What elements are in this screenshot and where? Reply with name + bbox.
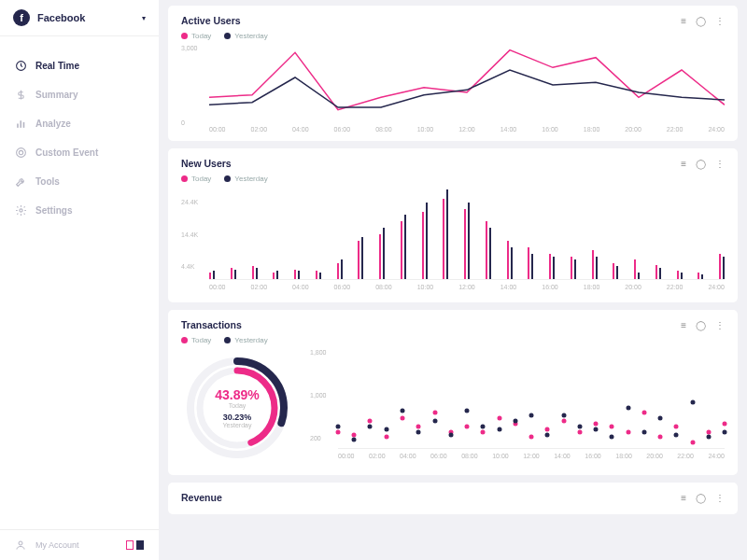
revenue-card: Revenue ≡ ◯ ⋮: [168, 483, 738, 514]
legend-yesterday: Yesterday: [224, 175, 267, 183]
today-percent: 43.89%: [215, 387, 259, 402]
nav-list: Real TimeSummaryAnalyzeCustom EventTools…: [0, 36, 159, 529]
list-icon[interactable]: ≡: [681, 493, 686, 503]
transactions-scatter: 2001,0001,800 00:0002:0004:0006:0008:001…: [310, 352, 725, 464]
target-icon: [15, 147, 27, 159]
user-icon: [15, 539, 27, 551]
theme-swatch-navy[interactable]: [136, 540, 144, 550]
refresh-icon[interactable]: ◯: [696, 320, 706, 330]
nav-item-analyze[interactable]: Analyze: [0, 109, 159, 138]
bars-icon: [15, 118, 27, 130]
brand-selector[interactable]: f Facebook ▾: [0, 0, 159, 36]
list-icon[interactable]: ≡: [681, 320, 686, 330]
svg-point-7: [19, 541, 22, 545]
nav-item-custom-event[interactable]: Custom Event: [0, 138, 159, 167]
card-title: Revenue: [181, 492, 222, 503]
account-label: My Account: [35, 540, 79, 550]
card-title: New Users: [181, 158, 232, 169]
active-users-chart: 03,000 00:0002:0004:0006:0008:0010:0012:…: [181, 48, 725, 130]
facebook-logo-icon: f: [13, 9, 30, 26]
legend-yesterday: Yesterday: [224, 336, 267, 344]
refresh-icon[interactable]: ◯: [696, 493, 706, 503]
legend-today: Today: [181, 336, 211, 344]
svg-point-5: [19, 150, 22, 154]
nav-item-real-time[interactable]: Real Time: [0, 51, 159, 80]
active-users-card: Active Users ≡ ◯ ⋮ Today Yesterday 03,00…: [168, 6, 738, 141]
gear-icon: [15, 204, 27, 217]
brand-name: Facebook: [37, 12, 85, 23]
my-account[interactable]: My Account: [0, 529, 159, 560]
svg-point-6: [20, 209, 22, 212]
yesterday-percent: 30.23%: [215, 413, 259, 422]
wrench-icon: [15, 175, 27, 188]
more-icon[interactable]: ⋮: [715, 320, 725, 330]
nav-item-tools[interactable]: Tools: [0, 167, 159, 196]
more-icon[interactable]: ⋮: [715, 16, 725, 26]
refresh-icon[interactable]: ◯: [696, 159, 706, 169]
sidebar: f Facebook ▾ Real TimeSummaryAnalyzeCust…: [0, 0, 159, 560]
nav-item-settings[interactable]: Settings: [0, 196, 159, 225]
svg-rect-3: [23, 122, 25, 128]
legend-today: Today: [181, 32, 211, 40]
main-content: Active Users ≡ ◯ ⋮ Today Yesterday 03,00…: [159, 0, 747, 560]
new-users-chart: 4.4K14.4K24.4K 00:0002:0004:0006:0008:00…: [181, 190, 725, 291]
svg-rect-1: [17, 124, 19, 128]
nav-item-summary[interactable]: Summary: [0, 80, 159, 109]
new-users-card: New Users ≡ ◯ ⋮ Today Yesterday 4.4K14.4…: [168, 148, 738, 302]
clock-icon: [15, 60, 27, 72]
refresh-icon[interactable]: ◯: [696, 16, 706, 26]
svg-point-4: [17, 148, 26, 158]
dollar-icon: [15, 89, 27, 101]
svg-rect-2: [20, 120, 21, 128]
more-icon[interactable]: ⋮: [715, 493, 725, 503]
caret-down-icon: ▾: [142, 14, 146, 22]
legend-yesterday: Yesterday: [224, 32, 267, 40]
more-icon[interactable]: ⋮: [715, 159, 725, 169]
card-title: Active Users: [181, 15, 241, 26]
legend-today: Today: [181, 175, 211, 183]
theme-swatch-pink[interactable]: [126, 540, 134, 550]
list-icon[interactable]: ≡: [681, 16, 686, 26]
list-icon[interactable]: ≡: [681, 159, 686, 169]
transactions-donut: 43.89% Today 30.23% Yesterday: [181, 352, 293, 464]
transactions-card: Transactions ≡ ◯ ⋮ Today Yesterday: [168, 310, 738, 475]
card-title: Transactions: [181, 319, 242, 330]
